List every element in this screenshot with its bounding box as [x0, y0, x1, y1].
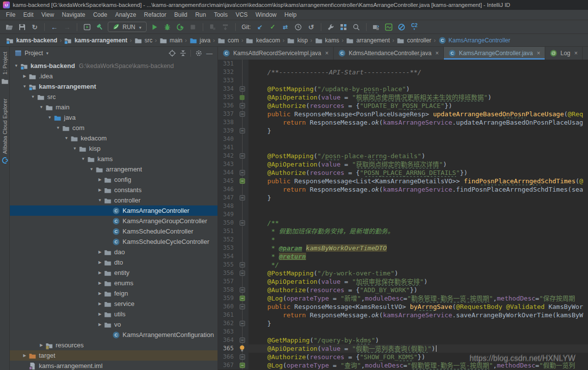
- git-push-button[interactable]: ⇄: [281, 22, 290, 32]
- menu-help[interactable]: Help: [280, 11, 301, 18]
- chevron-expanded-icon[interactable]: ▼: [21, 84, 28, 89]
- breadcrumb-controller[interactable]: controller: [396, 36, 432, 44]
- code-text[interactable]: public ResponseMessage<List<KamsArrangeD…: [248, 177, 588, 185]
- code-text[interactable]: @Authorize(resources = {"ADD_BY_WORK"}): [248, 286, 588, 294]
- close-icon[interactable]: ×: [574, 50, 578, 57]
- tree-item-kedacom[interactable]: ▼kedacom: [10, 133, 217, 143]
- code-text[interactable]: @Log(operateType = "查询",moduleDesc="假勤管理…: [248, 361, 588, 370]
- tree-item-kams-backend[interactable]: ▼kams-backendG:\kedaWorkSpace\kams-backe…: [10, 61, 217, 71]
- git-history-button[interactable]: [294, 22, 303, 32]
- tree-item-config[interactable]: ▶config: [10, 174, 217, 185]
- menu-analyze[interactable]: Analyze: [111, 11, 140, 18]
- menu-navigate[interactable]: Navigate: [58, 11, 89, 18]
- code-text[interactable]: @PostMapping("/by-work-over-time"): [248, 269, 588, 277]
- translate-c2-button[interactable]: C2▾: [410, 22, 419, 32]
- hide-panel-icon[interactable]: —: [205, 49, 214, 58]
- synchronize-button[interactable]: ↻: [30, 22, 39, 32]
- tree-item-controller[interactable]: ▼controller: [10, 195, 217, 205]
- fold-marker[interactable]: −: [240, 153, 245, 159]
- close-icon[interactable]: ×: [325, 50, 329, 57]
- chevron-expanded-icon[interactable]: ▼: [63, 136, 70, 140]
- code-text[interactable]: [248, 76, 588, 85]
- tree-item-kisp[interactable]: ▼kisp: [10, 143, 217, 154]
- debug-button[interactable]: [163, 22, 172, 32]
- project-structure-button[interactable]: [339, 22, 348, 32]
- code-text[interactable]: }: [248, 319, 588, 328]
- chevron-expanded-icon[interactable]: ▼: [13, 64, 20, 68]
- fold-marker[interactable]: −: [240, 103, 245, 108]
- tree-item-main[interactable]: ▼main: [10, 102, 217, 112]
- chevron-collapsed-icon[interactable]: ▶: [96, 177, 103, 182]
- code-text[interactable]: */: [248, 261, 588, 269]
- menu-window[interactable]: Window: [251, 11, 280, 18]
- tree-item-KamsArrangeGroupController[interactable]: CKamsArrangeGroupController: [10, 216, 217, 226]
- code-text[interactable]: @ApiOperation(value = "加班审批保存勤务安排"): [248, 277, 588, 286]
- chevron-collapsed-icon[interactable]: ▶: [96, 312, 103, 316]
- menu-run[interactable]: Run: [191, 11, 210, 18]
- tree-item-KamsScheduleCycleController[interactable]: CKamsScheduleCycleController: [10, 236, 217, 247]
- collapse-all-icon[interactable]: [179, 49, 187, 58]
- chevron-collapsed-icon[interactable]: ▶: [21, 353, 28, 358]
- chevron-collapsed-icon[interactable]: ▶: [96, 260, 103, 265]
- menu-file[interactable]: File: [2, 11, 19, 18]
- fold-marker[interactable]: −: [240, 354, 245, 360]
- gear-icon[interactable]: [194, 49, 203, 58]
- chevron-expanded-icon[interactable]: ▼: [38, 105, 45, 109]
- close-icon[interactable]: ×: [537, 50, 540, 57]
- code-text[interactable]: *: [248, 235, 588, 244]
- code-text[interactable]: /**: [248, 219, 588, 227]
- fold-marker[interactable]: −: [240, 111, 245, 117]
- deploy-button[interactable]: [371, 22, 381, 32]
- run-configurations-combo[interactable]: RUN▼: [108, 22, 147, 32]
- tree-item-kams[interactable]: ▼kams: [10, 154, 217, 164]
- tree-item-service[interactable]: ▶service: [10, 299, 217, 309]
- run-button[interactable]: [150, 22, 159, 32]
- code-text[interactable]: [248, 210, 588, 219]
- code-text[interactable]: @PostMapping("/update-by-posn-place"): [248, 85, 588, 93]
- code-text[interactable]: [248, 143, 588, 152]
- code-text[interactable]: [248, 135, 588, 143]
- code-text[interactable]: @Authorize(resources = {"UPDATE_BY_POSN_…: [248, 101, 588, 110]
- tab-Log[interactable]: @Log×: [545, 47, 583, 60]
- tree-item-KamsScheduleController[interactable]: CKamsScheduleController: [10, 226, 217, 236]
- menu-code[interactable]: Code: [89, 11, 111, 18]
- code-text[interactable]: @Authorize(resources = {"POSN_PLACE_ARRN…: [248, 168, 588, 177]
- code-text[interactable]: @ApiOperation(value = "根据岗点使用情况更新相关未生效的排…: [248, 93, 588, 101]
- build-project-button[interactable]: [95, 22, 104, 32]
- fold-marker[interactable]: −: [240, 270, 245, 276]
- breadcrumb-kams-arrangement[interactable]: kams-arrangement: [63, 36, 128, 44]
- git-update-button[interactable]: ↙: [255, 22, 265, 32]
- code-text[interactable]: [248, 202, 588, 210]
- tree-item-vo[interactable]: ▶vo: [10, 319, 217, 330]
- tool-window-alibaba-button[interactable]: Alibaba Cloud Explorer: [1, 99, 8, 164]
- blocked-button[interactable]: [397, 22, 406, 32]
- breadcrumb-kams-backend[interactable]: kams-backend: [5, 36, 58, 44]
- forward-button[interactable]: →: [62, 22, 72, 32]
- chevron-expanded-icon[interactable]: ▼: [88, 167, 95, 171]
- back-button[interactable]: ←: [50, 22, 59, 32]
- tree-item-enums[interactable]: ▶enums: [10, 278, 217, 288]
- run-with-coverage-button[interactable]: [176, 22, 185, 32]
- chevron-expanded-icon[interactable]: ▼: [55, 126, 62, 130]
- chevron-collapsed-icon[interactable]: ▶: [21, 74, 28, 78]
- fold-marker[interactable]: −: [240, 337, 245, 343]
- chevron-collapsed-icon[interactable]: ▶: [96, 270, 103, 275]
- stop-button[interactable]: [188, 22, 198, 32]
- tree-item-kams-arrangement[interactable]: ▼kams-arrangement: [10, 81, 217, 92]
- code-text[interactable]: return ResponseMessage.ok(kamsArrangeSer…: [248, 311, 588, 319]
- code-text[interactable]: }: [248, 194, 588, 202]
- tree-item-src[interactable]: ▼src: [10, 92, 217, 102]
- plugin-monitor-button[interactable]: [384, 22, 394, 32]
- breadcrumb-KamsArrangeController[interactable]: CKamsArrangeController: [437, 36, 511, 44]
- tool-window-project-button[interactable]: 1: Project: [1, 52, 9, 85]
- tree-item-feign[interactable]: ▶feign: [10, 288, 217, 299]
- fold-marker[interactable]: −: [240, 363, 245, 368]
- code-text[interactable]: * 假勤加班保存勤务安排，是新增的勤务。: [248, 227, 588, 235]
- menu-build[interactable]: Build: [170, 11, 191, 18]
- fold-marker[interactable]: −: [240, 86, 245, 92]
- menu-view[interactable]: View: [37, 11, 58, 18]
- code-text[interactable]: * @return: [248, 252, 588, 261]
- fold-marker[interactable]: −: [240, 321, 245, 326]
- code-text[interactable]: public ResponseMessage<KamsResultVO> byA…: [248, 303, 588, 311]
- chevron-collapsed-icon[interactable]: ▶: [96, 302, 103, 306]
